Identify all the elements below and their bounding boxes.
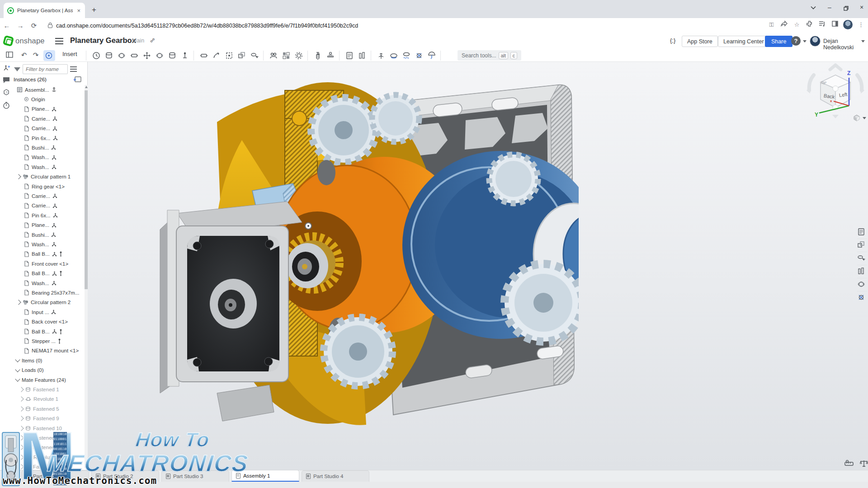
help-caret-icon[interactable]: [803, 40, 807, 42]
chevron-right-icon[interactable]: [19, 426, 24, 431]
chevron-right-icon[interactable]: [19, 464, 24, 469]
tree-item-circular-pattern-1[interactable]: Circular pattern 1: [17, 172, 71, 182]
measure-ruler-icon[interactable]: [844, 460, 854, 469]
filter-input[interactable]: [23, 64, 68, 74]
chevron-right-icon[interactable]: [19, 455, 24, 460]
tree-item-pin-6x[interactable]: Pin 6x...: [24, 133, 58, 143]
chevron-right-icon[interactable]: [16, 300, 21, 305]
tree-item-revolute-2[interactable]: Revolute 2: [19, 452, 58, 462]
tree-item-circular-pattern-2[interactable]: Circular pattern 2: [17, 298, 71, 307]
appearance-cube-icon[interactable]: [857, 241, 866, 250]
tab-part-studio-4[interactable]: Part Studio 4: [302, 470, 369, 482]
onshape-logo[interactable]: onshape: [4, 36, 45, 46]
tree-item-back-cover-1[interactable]: Back cover <1>: [24, 317, 68, 327]
tree-item-fastened-10[interactable]: Fastened 10: [19, 423, 62, 433]
filter-funnel-icon[interactable]: [14, 67, 20, 71]
drag-part-icon[interactable]: [250, 51, 259, 60]
feature-info-icon[interactable]: ?: [3, 88, 11, 96]
app-store-button[interactable]: App Store: [682, 36, 718, 47]
tree-item-pin-6x[interactable]: Pin 6x...: [24, 211, 58, 220]
display-states-icon[interactable]: [401, 51, 411, 60]
ball-mate-icon[interactable]: [155, 51, 165, 60]
tab-manager-icon[interactable]: [3, 472, 9, 480]
gear-relation-icon[interactable]: [294, 51, 304, 60]
chevron-down-icon[interactable]: [15, 376, 20, 381]
pin-slot-mate-icon[interactable]: [180, 51, 190, 60]
side-panel-icon[interactable]: [830, 20, 839, 29]
api-explorer-icon[interactable]: {;}: [670, 37, 675, 44]
extensions-icon[interactable]: [805, 20, 814, 29]
bookmark-star-icon[interactable]: ☆: [793, 20, 801, 29]
tree-item-carrie[interactable]: Carrie...: [24, 191, 57, 201]
pattern-icon[interactable]: [281, 51, 291, 60]
shortcut-toolbar-icon[interactable]: [857, 293, 866, 302]
chevron-right-icon[interactable]: [16, 174, 21, 179]
screw-relation-icon[interactable]: [313, 51, 323, 60]
tree-item-origin[interactable]: Origin: [24, 94, 45, 104]
browser-tab[interactable]: Planetary Gearbox | Assembly 1 ×: [4, 3, 85, 18]
redo-icon[interactable]: ↷: [31, 51, 41, 60]
chevron-down-icon[interactable]: [15, 367, 20, 372]
undo-icon[interactable]: ↶: [19, 51, 29, 60]
list-view-icon[interactable]: [70, 66, 77, 72]
history-timer-icon[interactable]: [3, 102, 11, 110]
tree-item-fastened-9[interactable]: Fastened 9: [19, 414, 59, 423]
planar-mate-icon[interactable]: [142, 51, 152, 60]
add-tab-icon[interactable]: +: [14, 471, 19, 480]
section-view-icon[interactable]: [427, 51, 437, 60]
chevron-right-icon[interactable]: [19, 387, 24, 392]
tree-item-input[interactable]: Input ...: [24, 307, 56, 317]
tree-item-assembl[interactable]: Assembl...: [17, 85, 57, 94]
tree-item-wash[interactable]: Wash...: [24, 239, 57, 249]
tab-assembly-1[interactable]: Assembly 1: [231, 470, 299, 482]
workspace-name[interactable]: Main: [132, 38, 144, 44]
search-tools-field[interactable]: Search tools... alt c: [458, 50, 521, 61]
browser-menu-kebab-icon[interactable]: ⋮: [857, 20, 865, 29]
tree-item-ball-b[interactable]: Ball B...: [24, 269, 62, 278]
group-icon[interactable]: [269, 51, 278, 60]
tab-part-studio-3[interactable]: Part Studio 3: [161, 470, 229, 482]
reading-list-icon[interactable]: [818, 20, 826, 29]
tree-item-carrie[interactable]: Carrie...: [24, 124, 57, 133]
revolute-mate-icon[interactable]: [117, 51, 127, 60]
tree-item-ring-gear-1[interactable]: Ring gear <1>: [24, 182, 65, 191]
tree-item-revolute-1[interactable]: Revolute 1: [19, 394, 58, 404]
chevron-down-icon[interactable]: [15, 357, 20, 362]
share-button[interactable]: Share: [765, 36, 793, 47]
tree-item-fastened-4[interactable]: Fastened 4: [19, 462, 59, 470]
new-tab-button[interactable]: +: [89, 5, 99, 14]
tree-item-front-cover-1[interactable]: Front cover <1>: [24, 259, 68, 268]
tree-item-fastened-11[interactable]: Fastened 11: [19, 433, 61, 442]
tree-item-fastened-1[interactable]: Fastened 1: [19, 385, 59, 394]
snap-mode-icon[interactable]: [212, 51, 222, 60]
window-restore-button[interactable]: [840, 4, 852, 12]
cylindrical-mate-icon[interactable]: [167, 51, 177, 60]
document-menu-icon[interactable]: [55, 38, 63, 44]
user-avatar[interactable]: [810, 36, 821, 47]
forward-icon[interactable]: →: [14, 22, 27, 29]
parallel-mate-icon[interactable]: [199, 51, 209, 60]
browser-profile-avatar[interactable]: [843, 20, 853, 29]
tab-part-studio-2[interactable]: Part Studio 2: [91, 470, 159, 482]
section-tool-icon[interactable]: [857, 267, 866, 276]
bom-table-icon[interactable]: [857, 228, 866, 237]
active-tool-highlight[interactable]: [43, 50, 55, 61]
tree-item-ball-b[interactable]: Ball B...: [24, 327, 62, 336]
tree-item-loads-0[interactable]: Loads (0): [16, 366, 44, 375]
tree-item-plane[interactable]: Plane...: [24, 221, 57, 230]
tree-item-ball-b[interactable]: Ball B...: [24, 249, 62, 259]
chevron-right-icon[interactable]: [19, 435, 24, 440]
tree-item-carrie[interactable]: Carrie...: [24, 114, 57, 123]
tree-item-bearing-25x37x7m[interactable]: Bearing 25x37x7m...: [24, 288, 79, 297]
share-page-icon[interactable]: [780, 20, 788, 29]
view-cube[interactable]: Back Left Top Z Y x: [804, 62, 867, 121]
history-clock-icon[interactable]: [91, 51, 101, 60]
selection-tools-icon[interactable]: [857, 254, 866, 263]
tab-search-chevron-icon[interactable]: [807, 4, 819, 11]
mate-connector-add-icon[interactable]: +: [3, 65, 11, 73]
tree-item-bushi[interactable]: Bushi...: [24, 143, 56, 152]
fastened-mate-icon[interactable]: [104, 51, 114, 60]
named-positions-icon[interactable]: [389, 51, 399, 60]
tree-item-nema17-mount-1[interactable]: NEMA17 mount <1>: [24, 346, 79, 356]
tree-item-fastened-5[interactable]: Fastened 5: [19, 404, 59, 413]
